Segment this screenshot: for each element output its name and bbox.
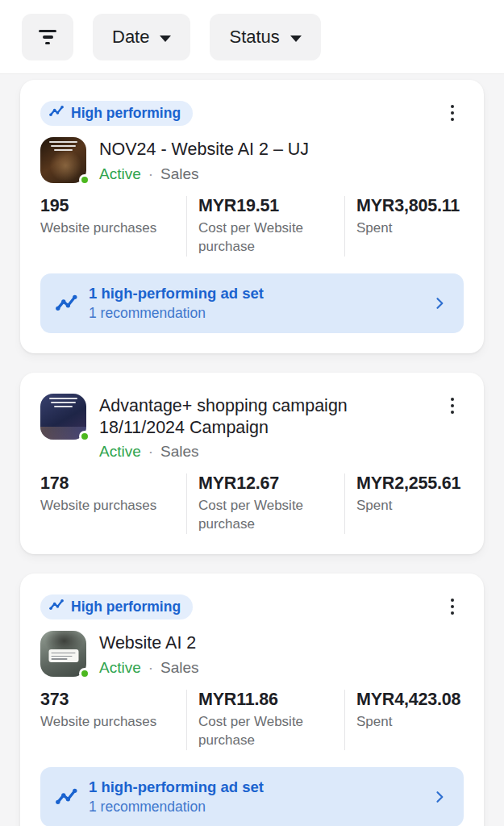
status-text: Active: [99, 443, 141, 461]
campaign-thumbnail: [40, 394, 86, 440]
high-performing-badge: High performing: [40, 594, 193, 620]
metric-label: Cost per Website purchase: [198, 713, 319, 750]
campaign-thumbnail: [40, 137, 86, 183]
separator-dot: ·: [148, 165, 153, 183]
chevron-right-icon: [431, 295, 448, 311]
metric-website-purchases: 195 Website purchases: [40, 196, 186, 257]
recommendation-banner[interactable]: 1 high-performing ad set 1 recommendatio…: [40, 767, 464, 826]
status-row: Active · Sales: [99, 165, 309, 183]
date-filter-button[interactable]: Date: [93, 14, 190, 60]
metric-value: MYR19.51: [198, 196, 344, 216]
trend-up-icon: [56, 787, 78, 807]
recommendation-banner[interactable]: 1 high-performing ad set 1 recommendatio…: [40, 273, 464, 333]
high-performing-badge: High performing: [40, 101, 193, 126]
trend-up-icon: [49, 599, 65, 615]
metric-label: Spent: [356, 219, 464, 238]
metric-cost-per-purchase: MYR11.86 Cost per Website purchase: [186, 690, 344, 750]
metric-label: Cost per Website purchase: [198, 219, 319, 257]
filters-button[interactable]: [22, 14, 73, 60]
trend-up-icon: [49, 105, 65, 122]
metric-website-purchases: 373 Website purchases: [40, 690, 186, 750]
metric-value: MYR12.67: [198, 473, 344, 494]
metric-label: Website purchases: [40, 497, 186, 515]
recommendation-subtitle: 1 recommendation: [89, 799, 421, 816]
status-row: Active · Sales: [99, 659, 199, 677]
chevron-right-icon: [431, 789, 448, 805]
metric-spent: MYR3,805.11 Spent: [344, 196, 464, 257]
date-filter-label: Date: [112, 27, 149, 48]
separator-dot: ·: [148, 659, 153, 677]
metrics-row: 373 Website purchases MYR11.86 Cost per …: [40, 690, 464, 750]
campaign-list: High performing NOV24 - Website AI 2 – U…: [0, 74, 504, 826]
metric-value: MYR2,255.61: [356, 473, 464, 494]
metric-value: MYR4,423.08: [356, 690, 464, 710]
metric-value: 178: [40, 473, 186, 494]
chevron-down-icon: [160, 35, 171, 42]
status-filter-button[interactable]: Status: [210, 14, 320, 60]
metrics-row: 178 Website purchases MYR12.67 Cost per …: [40, 473, 464, 534]
card-header: Website AI 2 Active · Sales: [40, 631, 464, 677]
ads-manager-campaign-list: Date Status High performing: [0, 0, 504, 826]
metric-value: 373: [40, 690, 186, 710]
campaign-card[interactable]: High performing NOV24 - Website AI 2 – U…: [20, 80, 484, 353]
metric-label: Spent: [356, 497, 464, 515]
badge-label: High performing: [71, 599, 181, 615]
trend-up-icon: [56, 294, 78, 313]
objective-text: Sales: [160, 165, 199, 183]
campaign-title: NOV24 - Website AI 2 – UJ: [99, 139, 309, 161]
separator-dot: ·: [148, 443, 153, 461]
status-filter-label: Status: [229, 27, 279, 48]
card-header: Advantage+ shopping campaign 18/11/2024 …: [40, 394, 464, 461]
filter-bar: Date Status: [0, 0, 504, 74]
metric-label: Spent: [356, 713, 464, 732]
metric-value: 195: [40, 196, 186, 216]
status-text: Active: [99, 659, 141, 677]
objective-text: Sales: [160, 443, 199, 461]
badge-label: High performing: [71, 105, 181, 122]
metric-cost-per-purchase: MYR12.67 Cost per Website purchase: [186, 473, 344, 534]
objective-text: Sales: [160, 659, 199, 677]
metric-value: MYR11.86: [198, 690, 344, 710]
metric-spent: MYR4,423.08 Spent: [344, 690, 464, 750]
campaign-card[interactable]: High performing Website AI 2 Active · Sa…: [20, 574, 484, 826]
campaign-card[interactable]: Advantage+ shopping campaign 18/11/2024 …: [20, 373, 484, 554]
metric-label: Website purchases: [40, 219, 186, 238]
metric-value: MYR3,805.11: [356, 196, 464, 216]
metric-website-purchases: 178 Website purchases: [40, 473, 186, 534]
status-text: Active: [99, 165, 141, 183]
card-menu-button[interactable]: [437, 591, 468, 622]
recommendation-title: 1 high-performing ad set: [89, 285, 421, 302]
active-status-dot: [79, 431, 90, 442]
campaign-title: Website AI 2: [99, 632, 199, 654]
filter-icon: [39, 30, 56, 45]
chevron-down-icon: [290, 35, 302, 42]
card-menu-button[interactable]: [437, 98, 468, 128]
metric-label: Cost per Website purchase: [198, 497, 319, 534]
metric-cost-per-purchase: MYR19.51 Cost per Website purchase: [186, 196, 344, 257]
active-status-dot: [79, 174, 90, 186]
card-header: NOV24 - Website AI 2 – UJ Active · Sales: [40, 137, 464, 183]
campaign-title: Advantage+ shopping campaign 18/11/2024 …: [99, 395, 422, 438]
card-menu-button[interactable]: [437, 390, 468, 421]
recommendation-title: 1 high-performing ad set: [89, 778, 421, 796]
metric-spent: MYR2,255.61 Spent: [344, 473, 464, 534]
status-row: Active · Sales: [99, 443, 422, 461]
metrics-row: 195 Website purchases MYR19.51 Cost per …: [40, 196, 464, 257]
metric-label: Website purchases: [40, 713, 186, 732]
recommendation-subtitle: 1 recommendation: [89, 305, 421, 322]
campaign-thumbnail: [40, 631, 86, 677]
active-status-dot: [79, 668, 90, 679]
